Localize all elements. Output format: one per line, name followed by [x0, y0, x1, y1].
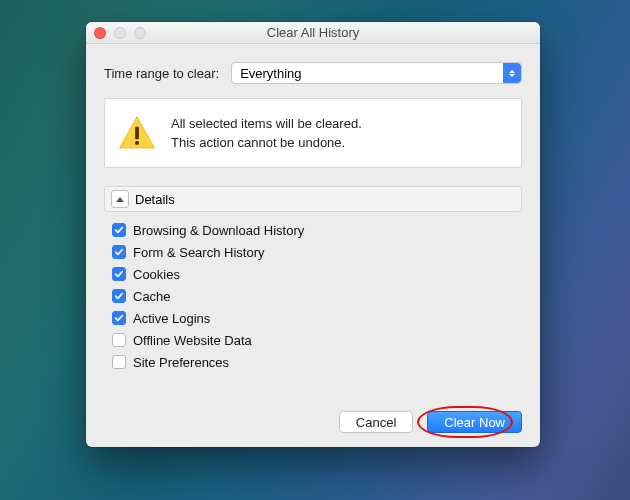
checkbox[interactable]: [112, 289, 126, 303]
time-range-value: Everything: [240, 66, 301, 81]
list-item: Site Preferences: [112, 352, 522, 372]
cancel-button[interactable]: Cancel: [339, 411, 413, 433]
list-item-label: Cookies: [133, 267, 180, 282]
titlebar: Clear All History: [86, 22, 540, 44]
checkbox[interactable]: [112, 311, 126, 325]
list-item: Form & Search History: [112, 242, 522, 262]
clear-now-button-label: Clear Now: [444, 415, 505, 430]
list-item: Offline Website Data: [112, 330, 522, 350]
list-item: Active Logins: [112, 308, 522, 328]
list-item-label: Cache: [133, 289, 171, 304]
time-range-label: Time range to clear:: [104, 66, 219, 81]
checkbox[interactable]: [112, 223, 126, 237]
list-item-label: Form & Search History: [133, 245, 264, 260]
list-item-label: Active Logins: [133, 311, 210, 326]
clear-now-button[interactable]: Clear Now: [427, 411, 522, 433]
list-item: Browsing & Download History: [112, 220, 522, 240]
checkbox[interactable]: [112, 333, 126, 347]
warning-text: All selected items will be cleared. This…: [171, 114, 362, 153]
list-item-label: Offline Website Data: [133, 333, 252, 348]
svg-rect-0: [135, 127, 139, 140]
details-toggle[interactable]: Details: [104, 186, 522, 212]
dialog-content: Time range to clear: Everything All sele…: [86, 44, 540, 447]
list-item-label: Site Preferences: [133, 355, 229, 370]
warning-line-2: This action cannot be undone.: [171, 133, 362, 153]
details-list: Browsing & Download HistoryForm & Search…: [104, 220, 522, 372]
time-range-row: Time range to clear: Everything: [104, 62, 522, 84]
list-item-label: Browsing & Download History: [133, 223, 304, 238]
warning-panel: All selected items will be cleared. This…: [104, 98, 522, 168]
select-stepper-icon: [503, 63, 521, 83]
warning-line-1: All selected items will be cleared.: [171, 114, 362, 134]
window-title: Clear All History: [86, 25, 540, 40]
time-range-select[interactable]: Everything: [231, 62, 522, 84]
list-item: Cookies: [112, 264, 522, 284]
list-item: Cache: [112, 286, 522, 306]
svg-point-1: [135, 141, 139, 145]
dialog-window: Clear All History Time range to clear: E…: [86, 22, 540, 447]
warning-icon: [117, 113, 157, 153]
button-row: Cancel Clear Now: [104, 399, 522, 433]
checkbox[interactable]: [112, 355, 126, 369]
checkbox[interactable]: [112, 267, 126, 281]
checkbox[interactable]: [112, 245, 126, 259]
chevron-up-icon: [111, 190, 129, 208]
details-label: Details: [135, 192, 175, 207]
cancel-button-label: Cancel: [356, 415, 396, 430]
